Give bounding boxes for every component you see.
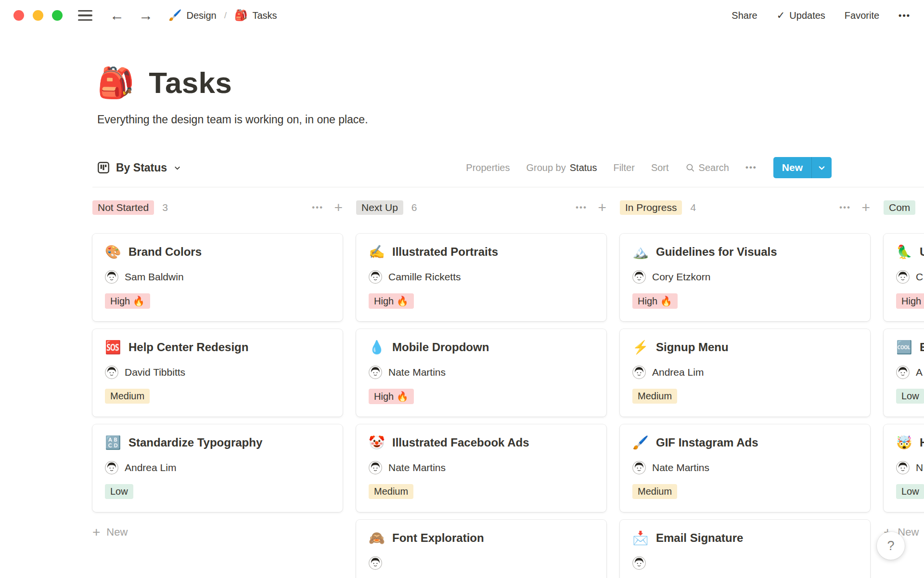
back-icon[interactable]: ← bbox=[110, 8, 124, 23]
card-completed-3[interactable]: 🤯 H N Low bbox=[884, 424, 924, 512]
minimize-window-button[interactable] bbox=[33, 10, 43, 21]
priority-badge: Medium bbox=[105, 389, 150, 404]
properties-button[interactable]: Properties bbox=[466, 162, 510, 173]
breadcrumb-design[interactable]: 🖌️ Design bbox=[168, 10, 217, 21]
breadcrumb: 🖌️ Design / 🎒 Tasks bbox=[168, 10, 277, 21]
updates-button[interactable]: ✓ Updates bbox=[777, 10, 825, 21]
see-no-evil-monkey-icon: 🙈 bbox=[369, 532, 385, 545]
avatar bbox=[369, 556, 382, 570]
backpack-icon: 🎒 bbox=[234, 10, 247, 21]
column-status-badge[interactable]: Next Up bbox=[356, 200, 403, 215]
avatar bbox=[105, 366, 118, 379]
column-status-badge[interactable]: Not Started bbox=[92, 200, 154, 215]
column-add-icon[interactable]: + bbox=[861, 200, 870, 215]
card-signup-menu[interactable]: ⚡ Signup Menu Andrea Lim Medium bbox=[620, 329, 870, 417]
card-title: Illustrated Facebook Ads bbox=[392, 436, 529, 449]
priority-badge: High 🔥 bbox=[369, 293, 414, 309]
sidebar-menu-icon[interactable] bbox=[78, 10, 92, 21]
avatar bbox=[632, 270, 646, 284]
droplet-icon: 💧 bbox=[369, 341, 385, 354]
parrot-icon: 🦜 bbox=[896, 246, 912, 259]
writing-hand-icon: ✍️ bbox=[369, 246, 385, 259]
new-button[interactable]: New bbox=[773, 162, 811, 173]
card-gif-instagram-ads[interactable]: 🖌️ GIF Instagram Ads Nate Martins Medium bbox=[620, 424, 870, 512]
card-illustrated-facebook-ads[interactable]: 🤡 Illustrated Facebook Ads Nate Martins … bbox=[356, 424, 606, 512]
zoom-window-button[interactable] bbox=[52, 10, 63, 21]
avatar bbox=[896, 270, 910, 284]
board-view-icon bbox=[97, 161, 110, 174]
new-dropdown-button[interactable] bbox=[812, 164, 832, 172]
avatar bbox=[632, 461, 646, 474]
add-card-button[interactable]: + New bbox=[92, 525, 343, 539]
toolbar-more-icon[interactable]: ••• bbox=[745, 163, 757, 172]
card-title: Help Center Redesign bbox=[128, 341, 248, 354]
favorite-button[interactable]: Favorite bbox=[845, 10, 879, 21]
assignee-name: Nate Martins bbox=[388, 367, 446, 378]
column-header: Next Up 6 ••• + bbox=[356, 200, 606, 215]
column-status-badge[interactable]: Com bbox=[884, 200, 915, 215]
share-button[interactable]: Share bbox=[732, 10, 757, 21]
card-email-signature[interactable]: 📩 Email Signature bbox=[620, 520, 870, 578]
sos-icon: 🆘 bbox=[105, 341, 121, 354]
close-window-button[interactable] bbox=[13, 10, 24, 21]
avatar bbox=[896, 366, 910, 379]
more-options-icon[interactable]: ••• bbox=[898, 11, 911, 21]
card-title: GIF Instagram Ads bbox=[656, 436, 758, 449]
card-illustrated-portraits[interactable]: ✍️ Illustrated Portraits Camille Rickett… bbox=[356, 234, 606, 321]
card-completed-1[interactable]: 🦜 U C High 🔥 bbox=[884, 234, 924, 321]
card-font-exploration[interactable]: 🙈 Font Exploration bbox=[356, 520, 606, 578]
column-add-icon[interactable]: + bbox=[334, 200, 343, 215]
group-by-button[interactable]: Group by Status bbox=[526, 162, 597, 173]
forward-icon[interactable]: → bbox=[139, 8, 153, 23]
card-guidelines-for-visuals[interactable]: 🏔️ Guidelines for Visuals Cory Etzkorn H… bbox=[620, 234, 870, 321]
avatar bbox=[632, 366, 646, 379]
priority-badge: Medium bbox=[632, 484, 677, 499]
assignee-name: Cory Etzkorn bbox=[652, 271, 710, 283]
card-standardize-typography[interactable]: 🔠 Standardize Typography Andrea Lim Low bbox=[92, 424, 343, 512]
search-button[interactable]: Search bbox=[685, 162, 729, 173]
breadcrumb-tasks[interactable]: 🎒 Tasks bbox=[234, 10, 277, 21]
assignee-name: Andrea Lim bbox=[652, 367, 704, 378]
assignee-name: Camille Ricketts bbox=[388, 271, 461, 283]
clown-icon: 🤡 bbox=[369, 436, 385, 449]
breadcrumb-separator: / bbox=[224, 10, 227, 21]
assignee-name: Andrea Lim bbox=[125, 462, 176, 473]
view-selector[interactable]: By Status bbox=[97, 161, 181, 174]
abcd-icon: 🔠 bbox=[105, 436, 121, 449]
priority-badge: High 🔥 bbox=[632, 293, 678, 309]
avatar bbox=[369, 270, 382, 284]
avatar bbox=[369, 366, 382, 379]
cool-button-icon: 🆒 bbox=[896, 341, 912, 354]
view-toolbar: By Status Properties Group by Status Fil… bbox=[97, 157, 832, 187]
priority-badge: High 🔥 bbox=[105, 293, 150, 309]
card-completed-2[interactable]: 🆒 E A Low bbox=[884, 329, 924, 417]
assignee-name: David Tibbitts bbox=[125, 367, 185, 378]
toolbar-divider bbox=[92, 187, 924, 187]
column-status-badge[interactable]: In Progress bbox=[620, 200, 682, 215]
lightning-icon: ⚡ bbox=[632, 341, 649, 354]
priority-badge: Low bbox=[896, 389, 924, 404]
filter-button[interactable]: Filter bbox=[613, 162, 634, 173]
column-add-icon[interactable]: + bbox=[598, 200, 606, 215]
card-title: Brand Colors bbox=[128, 245, 202, 259]
avatar bbox=[896, 461, 910, 474]
column-header: Com bbox=[884, 200, 924, 215]
add-card-label: New bbox=[106, 526, 128, 539]
column-more-icon[interactable]: ••• bbox=[576, 203, 587, 212]
card-brand-colors[interactable]: 🎨 Brand Colors Sam Baldwin High 🔥 bbox=[92, 234, 343, 321]
card-title: U bbox=[920, 245, 924, 259]
priority-badge: Low bbox=[896, 484, 924, 499]
column-count: 4 bbox=[690, 202, 696, 213]
chevron-down-icon bbox=[818, 164, 826, 172]
column-more-icon[interactable]: ••• bbox=[312, 203, 323, 212]
sort-button[interactable]: Sort bbox=[651, 162, 669, 173]
view-name: By Status bbox=[116, 161, 167, 174]
column-header: Not Started 3 ••• + bbox=[92, 200, 343, 215]
page-icon[interactable]: 🎒 bbox=[97, 68, 134, 98]
card-title: H bbox=[920, 436, 924, 449]
card-help-center-redesign[interactable]: 🆘 Help Center Redesign David Tibbitts Me… bbox=[92, 329, 343, 417]
board-column-completed: Com 🦜 U C High 🔥 🆒 E bbox=[884, 200, 924, 578]
help-button[interactable]: ? bbox=[877, 532, 905, 560]
card-mobile-dropdown[interactable]: 💧 Mobile Dropdown Nate Martins High 🔥 bbox=[356, 329, 606, 417]
column-more-icon[interactable]: ••• bbox=[839, 203, 851, 212]
